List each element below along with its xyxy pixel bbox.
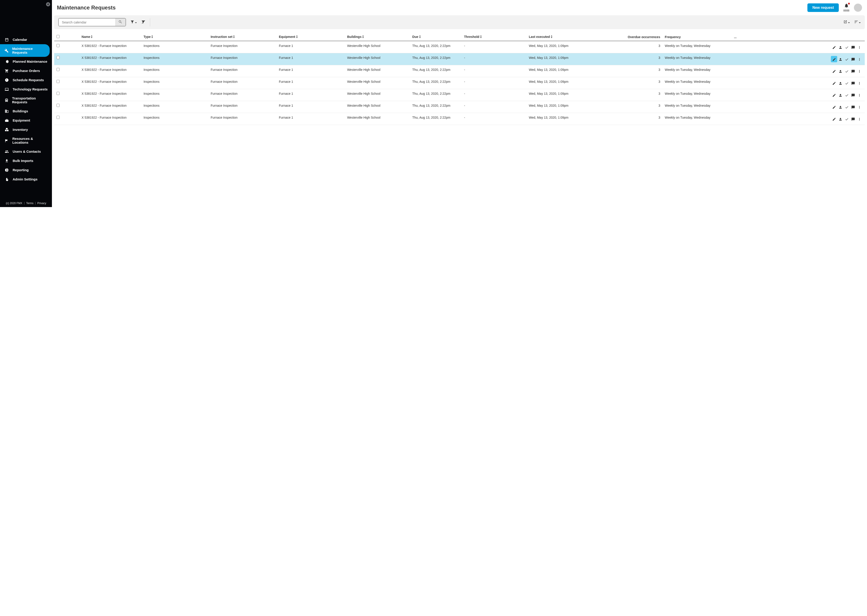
row-checkbox[interactable] xyxy=(57,56,60,59)
comment-button[interactable] xyxy=(850,56,856,62)
more-button[interactable] xyxy=(856,44,862,50)
sidebar-item-laptop[interactable]: Technology Requests xyxy=(0,85,52,94)
sidebar-item-calendar[interactable]: Calendar xyxy=(0,35,52,44)
nav: CalendarMaintenance RequestsPlanned Main… xyxy=(0,35,52,184)
sidebar-item-users[interactable]: Users & Contacts xyxy=(0,147,52,156)
col-last-executed[interactable]: Last executed xyxy=(527,33,586,41)
sidebar-item-import[interactable]: Bulk Imports xyxy=(0,156,52,165)
cell-frequency: Weekly on Tuesday, Wednesday xyxy=(662,77,732,89)
col-more[interactable]: ... xyxy=(732,33,865,41)
view-options-button[interactable] xyxy=(854,20,861,25)
col-due[interactable]: Due xyxy=(410,33,462,41)
complete-button[interactable] xyxy=(843,80,850,86)
assign-button[interactable] xyxy=(837,104,843,110)
person-icon xyxy=(839,82,842,85)
new-request-button[interactable]: New request xyxy=(807,3,839,12)
comment-button[interactable] xyxy=(850,92,856,98)
assign-button[interactable] xyxy=(837,80,843,86)
row-checkbox[interactable] xyxy=(57,104,60,107)
col-type[interactable]: Type xyxy=(141,33,208,41)
terms-link[interactable]: Terms xyxy=(24,202,35,205)
assign-button[interactable] xyxy=(837,44,843,50)
edit-button[interactable] xyxy=(831,80,837,86)
sidebar-item-label: Admin Settings xyxy=(13,177,38,181)
complete-button[interactable] xyxy=(843,68,850,74)
complete-button[interactable] xyxy=(843,92,850,98)
cell-type: Inspections xyxy=(141,101,208,113)
cell-threshold: - xyxy=(462,53,527,65)
export-button[interactable] xyxy=(843,20,850,25)
table-row[interactable]: X 5381922 - Furnace InspectionInspection… xyxy=(54,113,865,125)
sidebar-item-cart[interactable]: Purchase Orders xyxy=(0,66,52,75)
search-input[interactable] xyxy=(59,19,115,26)
edit-button[interactable] xyxy=(831,104,837,110)
sidebar-item-cogs[interactable]: Planned Maintenance xyxy=(0,57,52,66)
sidebar-item-building[interactable]: Buildings xyxy=(0,107,52,116)
complete-button[interactable] xyxy=(843,116,850,122)
more-button[interactable] xyxy=(856,104,862,110)
select-all-checkbox[interactable] xyxy=(57,35,60,38)
sidebar-item-boxes[interactable]: Inventory xyxy=(0,125,52,134)
clear-filter-button[interactable] xyxy=(141,20,145,25)
table-row[interactable]: X 5381922 - Furnace InspectionInspection… xyxy=(54,77,865,89)
comment-button[interactable] xyxy=(850,104,856,110)
row-checkbox[interactable] xyxy=(57,80,60,83)
row-checkbox[interactable] xyxy=(57,44,60,47)
table-row[interactable]: X 5381922 - Furnace InspectionInspection… xyxy=(54,101,865,113)
sidebar-item-flag[interactable]: Resources & Locations xyxy=(0,134,52,147)
more-button[interactable] xyxy=(856,92,862,98)
comment-button[interactable] xyxy=(850,44,856,50)
col-threshold[interactable]: Threshold xyxy=(462,33,527,41)
edit-button[interactable] xyxy=(831,68,837,74)
more-button[interactable] xyxy=(856,80,862,86)
comment-button[interactable] xyxy=(850,116,856,122)
search-button[interactable] xyxy=(115,19,126,26)
assign-button[interactable] xyxy=(837,68,843,74)
table-row[interactable]: X 5381922 - Furnace InspectionInspection… xyxy=(54,53,865,65)
col-buildings[interactable]: Buildings xyxy=(345,33,410,41)
complete-button[interactable] xyxy=(843,44,850,50)
assign-button[interactable] xyxy=(837,56,843,62)
edit-button[interactable] xyxy=(831,44,837,50)
table-row[interactable]: X 5381922 - Furnace InspectionInspection… xyxy=(54,89,865,101)
notifications-button[interactable]: 8888 xyxy=(843,3,850,12)
sidebar-item-label: Resources & Locations xyxy=(13,137,48,145)
comment-button[interactable] xyxy=(850,80,856,86)
edit-button[interactable] xyxy=(831,116,837,122)
more-button[interactable] xyxy=(856,116,862,122)
sidebar-item-pie[interactable]: Reporting xyxy=(0,165,52,174)
edit-button[interactable] xyxy=(831,92,837,98)
sidebar-item-toolbox[interactable]: Equipment xyxy=(0,116,52,125)
pie-icon xyxy=(4,168,9,172)
edit-button[interactable] xyxy=(831,56,837,62)
complete-button[interactable] xyxy=(843,56,850,62)
cell-frequency: Weekly on Tuesday, Wednesday xyxy=(662,53,732,65)
row-checkbox[interactable] xyxy=(57,92,60,95)
table-row[interactable]: X 5381922 - Furnace InspectionInspection… xyxy=(54,41,865,53)
comment-button[interactable] xyxy=(850,68,856,74)
cell-frequency: Weekly on Tuesday, Wednesday xyxy=(662,89,732,101)
more-button[interactable] xyxy=(856,56,862,62)
avatar[interactable] xyxy=(854,4,862,12)
col-instruction-set[interactable]: Instruction set xyxy=(208,33,277,41)
assign-button[interactable] xyxy=(837,116,843,122)
row-checkbox[interactable] xyxy=(57,68,60,71)
sidebar-item-bus[interactable]: Transportation Requests xyxy=(0,94,52,107)
col-equipment[interactable]: Equipment xyxy=(277,33,345,41)
sidebar-item-admin[interactable]: Admin Settings xyxy=(0,174,52,184)
filter-button[interactable] xyxy=(130,20,137,25)
sidebar-item-wrench[interactable]: Maintenance Requests xyxy=(0,44,50,57)
row-checkbox[interactable] xyxy=(57,116,60,119)
cell-threshold: - xyxy=(462,41,527,53)
more-button[interactable] xyxy=(856,68,862,74)
more-icon xyxy=(858,69,861,73)
col-name[interactable]: Name xyxy=(79,33,141,41)
sidebar-collapse-button[interactable] xyxy=(46,2,50,7)
assign-button[interactable] xyxy=(837,92,843,98)
cell-due: Thu, Aug 13, 2020, 2:22pm xyxy=(410,53,462,65)
privacy-link[interactable]: Privacy xyxy=(35,202,48,205)
complete-button[interactable] xyxy=(843,104,850,110)
sidebar-item-clock[interactable]: Schedule Requests xyxy=(0,75,52,85)
import-icon xyxy=(4,159,9,163)
table-row[interactable]: X 5381922 - Furnace InspectionInspection… xyxy=(54,65,865,77)
